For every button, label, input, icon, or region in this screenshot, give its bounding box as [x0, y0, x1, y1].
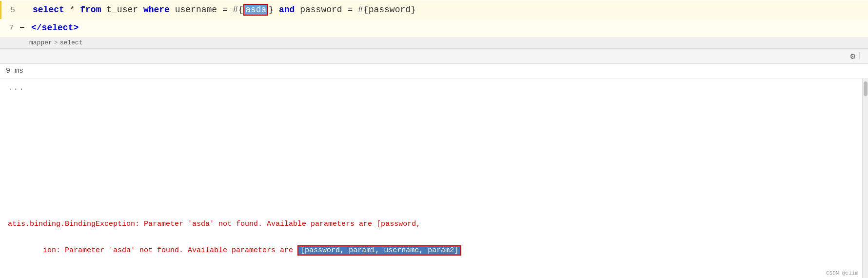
breadcrumb-bar: mapper > select: [0, 37, 868, 49]
txt-close-brace: }: [268, 5, 279, 15]
breadcrumb-separator: >: [54, 39, 58, 46]
breadcrumb-part1: mapper: [29, 39, 52, 46]
txt-star: *: [70, 5, 80, 15]
gear-icon[interactable]: ⚙: [850, 51, 856, 61]
line-number-7: 7: [0, 22, 20, 35]
spacer: [0, 97, 868, 184]
txt-username-eq: username = #{: [175, 5, 243, 15]
select-close-tag: </select>: [31, 23, 79, 33]
bottom-area: ... atis.binding.BindingException: Param…: [0, 79, 868, 278]
scrollbar[interactable]: [862, 79, 868, 278]
breadcrumb-part2: select: [60, 39, 83, 46]
line-content-5: select * from t_user where username = #{…: [29, 3, 868, 17]
kw-where: where: [143, 5, 170, 15]
kw-and: and: [279, 5, 295, 15]
kw-from: from: [80, 5, 101, 15]
txt-password-eq: password = #{password}: [300, 5, 416, 15]
dots-text: ...: [8, 83, 25, 92]
line-number-5: 5: [1, 4, 21, 17]
code-line-7: 7 − </select>: [0, 19, 868, 37]
scrollbar-thumb[interactable]: [864, 81, 868, 96]
toolbar-bar: ⚙ |: [0, 49, 868, 64]
line-content-7: </select>: [27, 21, 868, 35]
line-marker-7: −: [20, 21, 27, 35]
timing-value: 9 ms: [6, 67, 23, 75]
error-highlight-params: [password, param1, username, param2]: [297, 245, 461, 256]
code-line-5: 5 select * from t_user where username = …: [0, 1, 868, 19]
highlighted-param: asda: [243, 4, 268, 16]
txt-table: t_user: [106, 5, 143, 15]
error-section: atis.binding.BindingException: Parameter…: [0, 183, 868, 278]
main-container: 5 select * from t_user where username = …: [0, 0, 868, 278]
code-editor: 5 select * from t_user where username = …: [0, 0, 868, 37]
toolbar-separator: |: [857, 52, 862, 60]
output-dots: ...: [0, 79, 868, 97]
attribution: CSDN @clim: [826, 270, 858, 276]
error-line-2-before: ion: Parameter 'asda' not found. Availab…: [43, 246, 297, 255]
error-line-1: atis.binding.BindingException: Parameter…: [8, 218, 860, 231]
kw-select: select: [33, 5, 64, 15]
status-bar: 9 ms: [0, 64, 868, 79]
error-line-2: ion: Parameter 'asda' not found. Availab…: [8, 231, 860, 270]
